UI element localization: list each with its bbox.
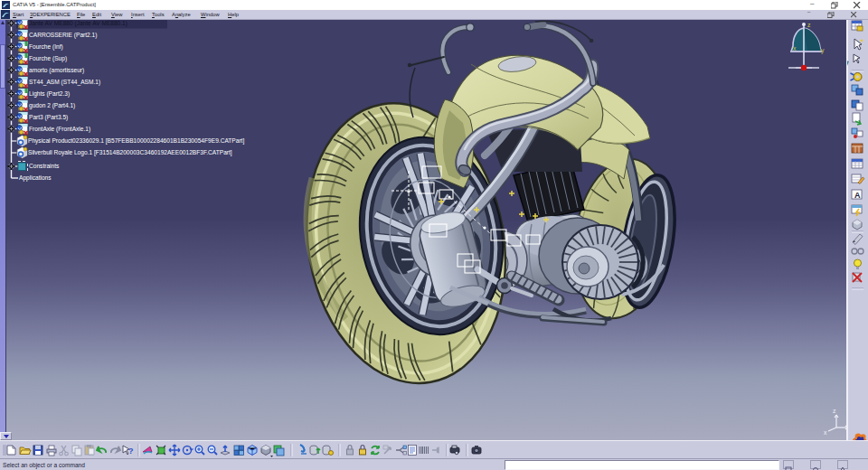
svg-text:z: z xyxy=(833,408,836,414)
svg-text:x: x xyxy=(824,429,827,436)
svg-text:y: y xyxy=(821,47,825,54)
svg-text:x: x xyxy=(793,45,797,52)
svg-text:?: ? xyxy=(128,446,134,456)
svg-text:A: A xyxy=(854,191,861,200)
svg-text:z: z xyxy=(807,22,811,28)
